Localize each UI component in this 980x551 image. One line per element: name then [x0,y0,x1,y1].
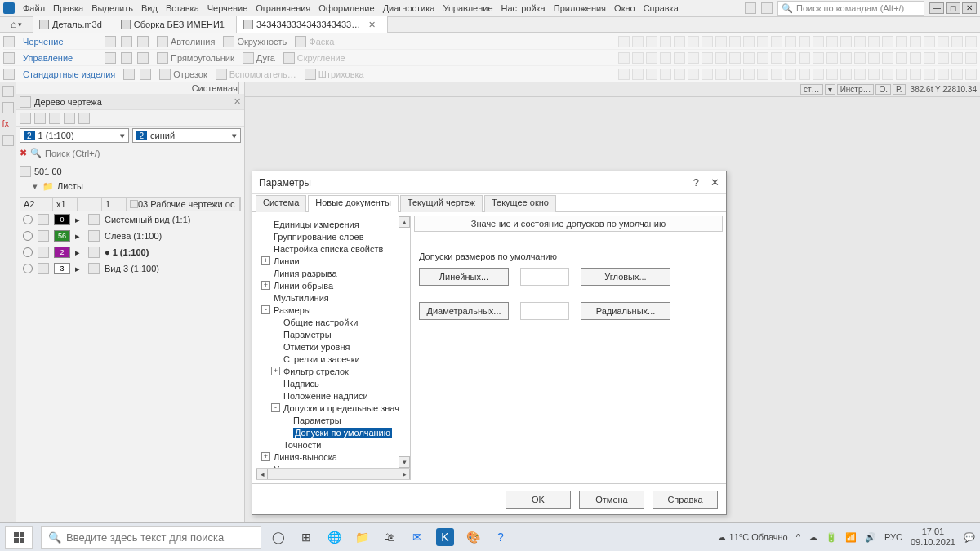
ribbon-icon[interactable] [660,69,671,80]
store-icon[interactable]: 🛍 [381,528,399,546]
tool-aux[interactable]: Вспомогатель… [216,69,296,80]
menu-Ограничения[interactable]: Ограничения [256,3,310,13]
tree-toggle-icon[interactable] [2,86,14,97]
cancel-button[interactable]: Отмена [579,491,644,509]
menu-Черчение[interactable]: Черчение [207,3,248,13]
dialog-tree-item[interactable]: Надпись [261,377,410,389]
nav-right-icon[interactable] [140,69,151,80]
kompas-icon[interactable]: K [436,528,454,546]
lock-icon[interactable] [38,263,49,274]
ribbon-icon[interactable] [854,69,866,80]
dialog-tree[interactable]: ▴ Единицы измеренияГруппирование слоевНа… [256,216,411,480]
ribbon-icon[interactable] [868,36,880,47]
ribbon-icon[interactable] [715,69,727,80]
ribbon-icon[interactable] [813,52,824,64]
dialog-tab[interactable]: Система [256,195,306,212]
settings-tree-icon[interactable] [78,113,90,124]
ribbon-icon[interactable] [729,36,741,47]
tool-circle[interactable]: Окружность [223,36,287,47]
ribbon-icon[interactable] [785,69,796,80]
ribbon-icon[interactable] [868,52,880,64]
wifi-icon[interactable]: 📶 [845,532,857,543]
ribbon-icon[interactable] [702,69,713,80]
tool-chamfer[interactable]: Фаска [295,36,334,47]
ribbon-icon[interactable] [965,52,977,64]
mail-icon[interactable]: ✉ [408,528,426,546]
view-mode-icon-2[interactable] [761,2,773,14]
weather-widget[interactable]: ☁ 11°C Облачно [717,532,787,543]
menu-Правка[interactable]: Правка [53,3,83,13]
ribbon-icon[interactable] [771,52,782,64]
menu-Окно[interactable]: Окно [614,3,635,13]
linear-tolerances-button[interactable]: Линейных... [419,268,509,286]
menu-Управление[interactable]: Управление [443,3,492,13]
notifications-icon[interactable]: 💬 [964,532,975,543]
ribbon-icon[interactable] [785,52,796,64]
menu-Вид[interactable]: Вид [141,3,158,13]
ribbon-icon[interactable] [840,36,852,47]
menu-Файл[interactable]: Файл [23,3,45,13]
ok-button[interactable]: OK [506,491,571,509]
ribbon-icon[interactable] [785,36,796,47]
dialog-tree-item[interactable]: +Фильтр стрелок [261,365,410,377]
visibility-icon[interactable] [23,231,33,241]
dialog-tree-item[interactable]: Линия разрыва [261,267,410,279]
battery-icon[interactable]: 🔋 [826,532,837,543]
copy-icon[interactable] [137,52,149,64]
dialog-tree-item[interactable]: Отметки уровня [261,340,410,353]
menu-Вставка[interactable]: Вставка [166,3,199,13]
view-mode-icon[interactable] [745,2,756,14]
ribbon-icon[interactable] [868,69,880,80]
ribbon-icon[interactable] [715,52,727,64]
help-icon[interactable]: ? [492,528,510,546]
ribbon-tab-manage[interactable]: Управление [23,53,96,63]
dialog-tree-item[interactable]: Группирование слоев [261,230,410,242]
angular-tolerances-button[interactable]: Угловых... [581,268,670,286]
doc-tab[interactable]: Сборка БЕЗ ИМЕНИ1 [114,16,237,33]
visibility-icon[interactable] [23,215,33,224]
dialog-tree-item[interactable]: +Линия-выноска [261,451,410,463]
dialog-tree-item[interactable]: -Размеры [261,304,410,316]
minimize-button[interactable]: — [929,2,944,14]
ribbon-icon[interactable] [702,52,713,64]
dialog-close-button[interactable]: ✕ [710,176,719,189]
dialog-tree-item[interactable]: Положение надписи [261,389,410,402]
ribbon-icon[interactable] [660,52,671,64]
expand-all-icon[interactable] [20,113,31,124]
ribbon-icon[interactable] [646,69,657,80]
ribbon-icon[interactable] [882,69,893,80]
ribbon-icon[interactable] [813,69,824,80]
save-icon[interactable] [137,36,149,47]
color-combo[interactable]: 2синий [132,128,242,143]
filter-tree-icon[interactable] [64,113,75,124]
linear-value-input[interactable] [520,268,569,286]
redo-icon[interactable] [121,52,132,64]
onedrive-icon[interactable]: ☁ [808,532,817,543]
tool-arc[interactable]: Дуга [243,52,275,64]
dialog-tab[interactable]: Текущий чертеж [400,195,483,212]
ribbon-icon[interactable] [924,52,935,64]
cortana-icon[interactable]: ⊞ [297,528,315,546]
ribbon-icon[interactable] [688,52,699,64]
scale-combo[interactable]: 21 (1:100) [20,128,129,143]
ribbon-icon[interactable] [799,36,810,47]
ribbon-icon[interactable] [826,69,838,80]
lock-icon[interactable] [38,230,49,242]
clock[interactable]: 17:0109.10.2021 [911,527,956,548]
diametral-value-input[interactable] [520,302,569,320]
ribbon-icon[interactable] [646,52,657,64]
view-row[interactable]: 3▸Вид 3 (1:100) [20,260,241,277]
ribbon-icon[interactable] [743,69,755,80]
menu-Диагностика[interactable]: Диагностика [383,3,435,13]
ribbon-icon[interactable] [715,36,727,47]
ribbon-icon[interactable] [910,69,921,80]
explorer-icon[interactable]: 📁 [353,528,371,546]
tool-rectangle[interactable]: Прямоугольник [157,52,234,64]
ribbon-icon[interactable] [660,36,671,47]
expand-icon[interactable]: + [261,452,270,461]
paint-icon[interactable]: 🎨 [464,528,482,546]
ribbon-icon[interactable] [757,36,768,47]
menu-Приложения[interactable]: Приложения [554,3,606,13]
refresh-tree-icon[interactable] [49,113,60,124]
task-view-icon[interactable]: ◯ [270,528,287,546]
